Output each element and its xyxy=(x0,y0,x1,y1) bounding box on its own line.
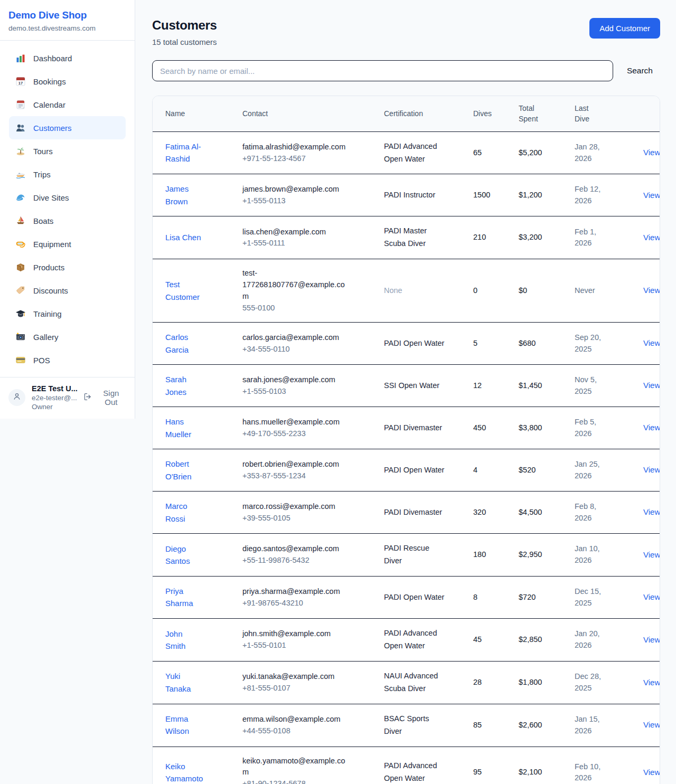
sidebar-item-trips[interactable]: Trips xyxy=(9,163,126,186)
sidebar-item-customers[interactable]: Customers xyxy=(9,116,126,139)
sidebar-item-products[interactable]: Products xyxy=(9,256,126,279)
dives-count: 45 xyxy=(473,635,482,644)
sidebar-item-boats[interactable]: Boats xyxy=(9,209,126,232)
contact-cell: yuki.tanaka@example.com+81-555-0107 xyxy=(242,661,384,704)
sidebar-item-discounts[interactable]: Discounts xyxy=(9,279,126,302)
certification: PADI Divemaster xyxy=(384,506,442,519)
view-link[interactable]: View xyxy=(643,635,660,644)
view-link[interactable]: View xyxy=(643,465,660,474)
customer-name-link[interactable]: Emma Wilson xyxy=(165,713,204,738)
name-cell: Yuki Tanaka xyxy=(153,661,242,704)
customer-phone: +1-555-0113 xyxy=(242,195,375,207)
customer-name-link[interactable]: John Smith xyxy=(165,628,204,653)
customer-name-link[interactable]: Keiko Yamamoto xyxy=(165,760,204,784)
sidebar-item-label: Training xyxy=(33,309,62,318)
sidebar-item-bookings[interactable]: 17Bookings xyxy=(9,70,126,93)
customer-name-link[interactable]: Lisa Chen xyxy=(165,231,201,243)
view-link[interactable]: View xyxy=(643,507,660,516)
customer-name-link[interactable]: Test Customer xyxy=(165,278,204,303)
certification-cell: None xyxy=(384,259,473,323)
certification-cell: PADI Open Water xyxy=(384,577,473,619)
customer-email: john.smith@example.com xyxy=(242,628,348,640)
certification-cell: PADI Advanced Open Water xyxy=(384,131,473,174)
brand-domain: demo.test.divestreams.com xyxy=(8,24,126,32)
view-link[interactable]: View xyxy=(643,423,660,432)
user-meta: E2E Test U... e2e-tester@... Owner xyxy=(32,384,83,411)
customer-name-link[interactable]: Marco Rossi xyxy=(165,500,204,525)
total-spent: $2,100 xyxy=(519,768,542,776)
view-link[interactable]: View xyxy=(643,720,660,729)
actions-cell: View xyxy=(631,365,660,407)
sidebar-item-equipment[interactable]: Equipment xyxy=(9,232,126,256)
last-dive-cell: Dec 15, 2025 xyxy=(575,577,631,619)
customer-name-link[interactable]: Hans Mueller xyxy=(165,415,204,440)
customer-name-link[interactable]: Carlos Garcia xyxy=(165,331,204,356)
speedboat-icon xyxy=(15,169,26,180)
actions-cell: View xyxy=(631,619,660,662)
total-spent-cell: $0 xyxy=(519,259,575,323)
dives-cell: 12 xyxy=(473,365,519,407)
customer-name-link[interactable]: Robert O'Brien xyxy=(165,458,204,483)
customer-email: diego.santos@example.com xyxy=(242,543,348,555)
view-link[interactable]: View xyxy=(643,768,660,777)
view-link[interactable]: View xyxy=(643,338,660,347)
search-input[interactable] xyxy=(152,60,613,81)
sign-out-button[interactable]: Sign Out xyxy=(83,389,126,407)
sidebar-item-training[interactable]: Training xyxy=(9,302,126,325)
sidebar-item-label: Customers xyxy=(33,124,72,133)
actions-cell: View xyxy=(631,747,660,784)
customer-count: 15 total customers xyxy=(152,37,217,46)
dives-count: 8 xyxy=(473,593,477,601)
total-spent-cell: $680 xyxy=(519,323,575,365)
certification: PADI Advanced Open Water xyxy=(384,760,448,784)
diving-mask-icon xyxy=(15,239,26,249)
contact-cell: carlos.garcia@example.com+34-555-0110 xyxy=(242,323,384,365)
name-cell: Marco Rossi xyxy=(153,492,242,534)
customer-name-link[interactable]: Fatima Al-Rashid xyxy=(165,140,204,165)
sidebar-item-label: Gallery xyxy=(33,333,59,342)
dives-count: 65 xyxy=(473,148,482,157)
view-link[interactable]: View xyxy=(643,550,660,559)
brand-name: Demo Dive Shop xyxy=(8,10,126,21)
sidebar-item-calendar[interactable]: Calendar xyxy=(9,93,126,116)
search-button[interactable]: Search xyxy=(627,66,660,75)
total-spent-cell: $2,100 xyxy=(519,747,575,784)
sidebar-item-pos[interactable]: POS xyxy=(9,348,126,372)
customer-name-link[interactable]: James Brown xyxy=(165,183,204,207)
sidebar-nav: Dashboard17BookingsCalendarCustomersTour… xyxy=(0,41,135,374)
last-dive: Jan 10, 2026 xyxy=(575,543,608,566)
view-link[interactable]: View xyxy=(643,678,660,687)
last-dive: Feb 10, 2026 xyxy=(575,761,608,784)
customer-email: test-1772681807767@example.com xyxy=(242,268,348,302)
customer-name-link[interactable]: Yuki Tanaka xyxy=(165,670,204,695)
tag-icon xyxy=(15,285,26,296)
view-link[interactable]: View xyxy=(643,148,660,157)
add-customer-button[interactable]: Add Customer xyxy=(589,18,660,39)
view-link[interactable]: View xyxy=(643,592,660,601)
last-dive-cell: Jan 28, 2026 xyxy=(575,131,631,174)
dives-count: 4 xyxy=(473,466,477,474)
name-cell: Priya Sharma xyxy=(153,577,242,619)
sidebar-item-tours[interactable]: Tours xyxy=(9,139,126,163)
sidebar-item-gallery[interactable]: Gallery xyxy=(9,325,126,348)
view-link[interactable]: View xyxy=(643,286,660,295)
table-row: Hans Muellerhans.mueller@example.com+49-… xyxy=(153,407,660,449)
customer-email: yuki.tanaka@example.com xyxy=(242,671,348,683)
total-spent: $3,200 xyxy=(519,233,542,241)
sidebar-item-dive-sites[interactable]: Dive Sites xyxy=(9,186,126,209)
view-link[interactable]: View xyxy=(643,191,660,200)
certification-cell: PADI Rescue Diver xyxy=(384,534,473,577)
column-header-last-dive: Last Dive xyxy=(575,96,631,131)
view-link[interactable]: View xyxy=(643,381,660,390)
dives-cell: 320 xyxy=(473,492,519,534)
view-link[interactable]: View xyxy=(643,233,660,242)
sidebar-item-dashboard[interactable]: Dashboard xyxy=(9,46,126,70)
total-spent-cell: $1,450 xyxy=(519,365,575,407)
total-spent: $680 xyxy=(519,339,536,347)
customer-name-link[interactable]: Priya Sharma xyxy=(165,585,204,610)
last-dive-cell: Feb 12, 2026 xyxy=(575,174,631,216)
table-row: John Smithjohn.smith@example.com+1-555-0… xyxy=(153,619,660,662)
contact-cell: emma.wilson@example.com+44-555-0108 xyxy=(242,704,384,747)
customer-name-link[interactable]: Sarah Jones xyxy=(165,373,204,398)
customer-name-link[interactable]: Diego Santos xyxy=(165,543,204,568)
